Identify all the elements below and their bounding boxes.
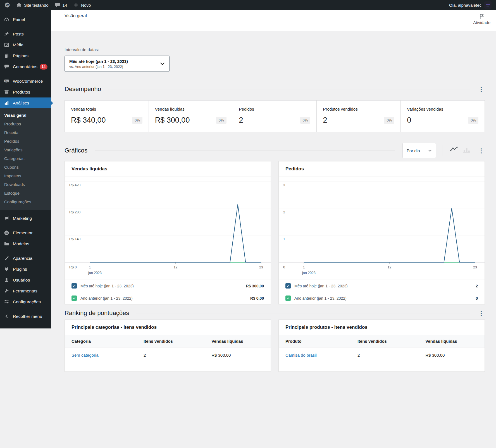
avatar[interactable] <box>484 1 492 9</box>
performance-card-variacoes-vendidas: Variações vendidas00% <box>400 101 485 132</box>
legend-value: R$ 300,00 <box>246 284 264 288</box>
new-label: Novo <box>81 3 91 8</box>
performance-cards: Vendas totaisR$ 340,000%Vendas líquidasR… <box>65 100 485 132</box>
sidebar-item-label: Recolher menu <box>13 314 42 319</box>
media-icon <box>3 42 9 48</box>
chart-legend: Mês até hoje (jan 1 - 23, 2023)2Ano ante… <box>279 280 485 304</box>
table-cell: Sem categoria <box>65 347 137 363</box>
site-name: Site testando <box>24 3 49 8</box>
legend-checkbox[interactable] <box>71 296 77 301</box>
sidebar-item-elementor[interactable]: Elementor <box>0 227 51 238</box>
sidebar-menu-top: PainelPostsMídiaPáginasComentários14WooW… <box>0 14 51 108</box>
performance-card-produtos-vendidos: Produtos vendidos20% <box>316 101 400 132</box>
svg-text:3: 3 <box>283 183 285 187</box>
column-header: Vendas líquidas <box>205 335 271 347</box>
date-range-primary: Mês até hoje (jan 1 - 23, 2023) <box>69 59 128 64</box>
sidebar-item-painel[interactable]: Painel <box>0 14 51 25</box>
performance-card-label: Pedidos <box>239 107 311 111</box>
submenu-item-configuracoes[interactable]: Configurações <box>0 197 51 206</box>
submenu-item-visao-geral[interactable]: Visão geral <box>0 111 51 120</box>
sidebar-item-analises[interactable]: Análises <box>0 97 51 108</box>
site-menu[interactable]: Site testando <box>16 2 49 8</box>
table-cell: R$ 300,00 <box>419 347 485 363</box>
sidebar-item-marketing[interactable]: Marketing <box>0 213 51 224</box>
sidebar-item-woocommerce[interactable]: WooWooCommerce <box>0 76 51 87</box>
svg-text:12: 12 <box>388 265 392 269</box>
column-header: Categoria <box>65 335 137 347</box>
leaderboard-table: CategoriaItens vendidosVendas líquidasSe… <box>65 335 271 363</box>
sidebar-item-label: WooCommerce <box>13 79 43 84</box>
legend-label: Ano anterior (jan 1 - 23, 2022) <box>294 296 347 301</box>
sidebar-item-comentarios[interactable]: Comentários14 <box>0 61 51 72</box>
new-content-menu[interactable]: Novo <box>73 2 91 8</box>
date-range-dropdown[interactable]: Mês até hoje (jan 1 - 23, 2023) vs. Ano … <box>65 56 170 72</box>
home-icon <box>16 2 22 8</box>
sidebar-item-label: Painel <box>13 17 25 22</box>
sidebar-item-produtos[interactable]: Produtos <box>0 87 51 97</box>
submenu-item-impostos[interactable]: Impostos <box>0 171 51 180</box>
table-row: Sem categoria2R$ 300,00 <box>65 347 271 363</box>
legend-checkbox[interactable] <box>285 296 291 301</box>
sidebar-item-ferramentas[interactable]: Ferramentas <box>0 285 51 296</box>
submenu-item-downloads[interactable]: Downloads <box>0 180 51 189</box>
sidebar-item-modelos[interactable]: Modelos <box>0 238 51 249</box>
column-header: Itens vendidos <box>351 335 419 347</box>
chart-card-pedidos: Pedidos32101jan 20231223Mês até hoje (ja… <box>278 161 485 304</box>
wordpress-menu[interactable]: W <box>4 2 10 8</box>
tools-icon <box>3 288 9 294</box>
submenu-item-receita[interactable]: Receita <box>0 128 51 137</box>
table-cell: 2 <box>351 347 419 363</box>
chevron-down-icon <box>160 62 165 65</box>
column-header: Produto <box>279 335 351 347</box>
legend-value: 2 <box>476 284 478 288</box>
legend-row[interactable]: Ano anterior (jan 1 - 23, 2022)R$ 0,00 <box>65 292 271 304</box>
sidebar-item-plugins[interactable]: Plugins <box>0 264 51 275</box>
item-link[interactable]: Camisa do brasil <box>285 353 317 358</box>
interval-select[interactable]: Por dia <box>402 143 436 158</box>
legend-checkbox[interactable] <box>71 283 77 289</box>
item-link[interactable]: Sem categoria <box>71 353 99 358</box>
date-range-compare: vs. Ano anterior (jan 1 - 23, 2022) <box>69 65 128 69</box>
legend-row[interactable]: Mês até hoje (jan 1 - 23, 2023)2 <box>279 280 485 292</box>
performance-card-value: 2 <box>323 116 327 125</box>
account-greeting[interactable]: Olá, alphavaletec <box>449 3 481 8</box>
legend-value: R$ 0,00 <box>250 296 264 301</box>
column-header: Itens vendidos <box>137 335 205 347</box>
legend-row[interactable]: Ano anterior (jan 1 - 23, 2022)0 <box>279 292 485 304</box>
charts-menu-button[interactable]: ⋮ <box>478 148 485 154</box>
legend-row[interactable]: Mês até hoje (jan 1 - 23, 2023)R$ 300,00 <box>65 280 271 292</box>
sidebar-item-midia[interactable]: Mídia <box>0 39 51 50</box>
sidebar-item-paginas[interactable]: Páginas <box>0 50 51 61</box>
charts-title: Gráficos <box>65 147 87 154</box>
performance-card-delta: 0% <box>384 117 394 124</box>
sidebar-item-recolher-menu[interactable]: Recolher menu <box>0 311 51 322</box>
sidebar-item-label: Aparência <box>13 256 32 261</box>
interval-value: Por dia <box>407 148 420 153</box>
sidebar-item-configuracoes[interactable]: Configurações <box>0 296 51 307</box>
pages-icon <box>3 53 9 59</box>
performance-menu-button[interactable]: ⋮ <box>478 86 485 92</box>
divider <box>136 313 470 313</box>
sidebar-item-usuarios[interactable]: Usuários <box>0 275 51 285</box>
bar-chart-toggle[interactable] <box>460 147 473 154</box>
comments-shortcut[interactable]: 14 <box>55 2 67 8</box>
submenu-item-variacoes[interactable]: Variações <box>0 146 51 154</box>
chevron-down-icon <box>428 149 432 152</box>
submenu-item-estoque[interactable]: Estoque <box>0 189 51 197</box>
activity-button[interactable]: Atividade <box>473 13 490 25</box>
sidebar-item-aparencia[interactable]: Aparência <box>0 253 51 264</box>
sidebar-item-posts[interactable]: Posts <box>0 28 51 39</box>
chart-legend: Mês até hoje (jan 1 - 23, 2023)R$ 300,00… <box>65 280 271 304</box>
marketing-icon <box>3 216 9 221</box>
leaderboards-menu-button[interactable]: ⋮ <box>478 310 485 316</box>
submenu-item-cupons[interactable]: Cupons <box>0 163 51 171</box>
line-chart-toggle[interactable] <box>447 146 460 155</box>
svg-text:R$ 140: R$ 140 <box>69 237 80 241</box>
legend-checkbox[interactable] <box>285 283 291 289</box>
templates-icon <box>3 241 9 247</box>
submenu-item-categorias[interactable]: Categorias <box>0 154 51 163</box>
analytics-overview: Intervalo de datas: Mês até hoje (jan 1 … <box>51 31 496 372</box>
svg-text:12: 12 <box>174 265 178 269</box>
submenu-item-produtos[interactable]: Produtos <box>0 120 51 128</box>
submenu-item-pedidos[interactable]: Pedidos <box>0 137 51 146</box>
